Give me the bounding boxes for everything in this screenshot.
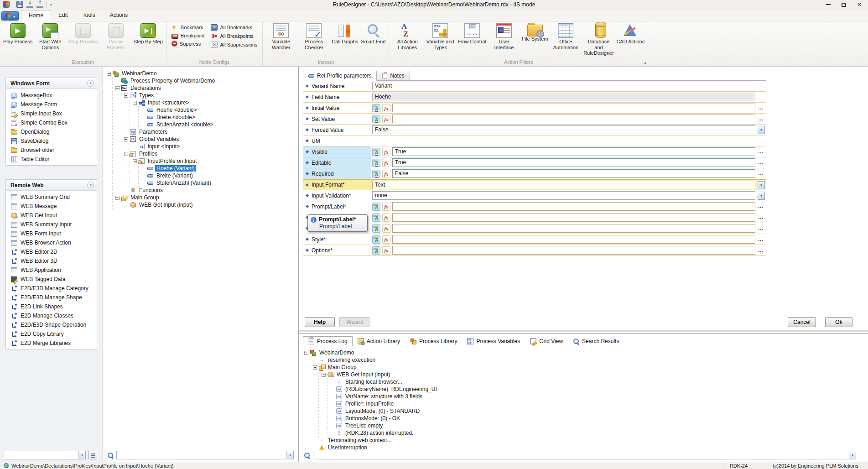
sidebar-item-table-editor[interactable]: Table Editor xyxy=(6,155,97,164)
value-box[interactable]: Hoehe xyxy=(372,93,755,101)
fx-formula-mode-icon[interactable] xyxy=(382,224,390,233)
tree-node-web-get-input-input[interactable]: WEB Get Input (input) xyxy=(106,201,296,208)
ribbon-tab-edit[interactable]: Edit xyxy=(51,10,75,21)
tree-node-declarations[interactable]: −Declarations xyxy=(106,84,296,92)
chevron-down-icon[interactable] xyxy=(849,451,856,459)
value-box[interactable]: True xyxy=(392,147,755,156)
ellipsis-button[interactable]: … xyxy=(757,202,765,210)
import-icon[interactable] xyxy=(26,1,33,8)
minimize-button[interactable] xyxy=(822,0,834,9)
ok-button[interactable]: Ok xyxy=(825,317,852,327)
expander-minus-icon[interactable]: − xyxy=(133,159,137,163)
log-entry-layoutmode-0-standard[interactable]: LayoutMode: (0) - STANDARD xyxy=(304,407,863,415)
sidebar-item-web-editor-3d[interactable]: WEB Editor 3D xyxy=(6,256,97,266)
close-button[interactable] xyxy=(853,0,865,9)
chevron-down-icon[interactable] xyxy=(78,451,85,459)
step-by-step-button[interactable]: Step By Step xyxy=(132,22,164,45)
tab-search-results[interactable]: Search Results xyxy=(568,336,624,346)
abc-text-mode-icon[interactable] xyxy=(372,246,380,255)
fx-formula-mode-icon[interactable] xyxy=(382,115,390,123)
suppress-button[interactable]: Suppress xyxy=(172,41,205,47)
smart-find-button[interactable]: Smart Find xyxy=(359,22,387,45)
flow-control-button[interactable]: Flow Control xyxy=(457,22,488,45)
value-box[interactable]: Text xyxy=(372,181,755,189)
abc-text-mode-icon[interactable] xyxy=(372,170,380,178)
log-entry-main-group[interactable]: −Main Group xyxy=(304,364,863,371)
fx-formula-mode-icon[interactable] xyxy=(382,104,390,112)
ellipsis-button[interactable]: … xyxy=(757,224,765,232)
tree-node-main-group[interactable]: −Main Group xyxy=(106,194,296,201)
ellipsis-button[interactable]: … xyxy=(757,169,765,177)
ellipsis-button[interactable]: … xyxy=(757,213,765,221)
dropdown-button[interactable] xyxy=(758,192,765,200)
sidebar-item-web-summary-input[interactable]: WEB Summary Input xyxy=(6,220,97,229)
fx-formula-mode-icon[interactable] xyxy=(382,235,390,244)
cancel-button[interactable]: Cancel xyxy=(788,317,816,327)
all-action-libraries-button[interactable]: All Action Libraries xyxy=(391,22,424,50)
variable-watcher-button[interactable]: Variable Watcher xyxy=(265,22,297,50)
sidebar-item-message-form[interactable]: Message Form xyxy=(6,100,97,109)
value-box[interactable] xyxy=(392,202,755,211)
help-button[interactable]: Help xyxy=(305,317,335,327)
start-with-options-button[interactable]: Start With Options xyxy=(34,22,67,50)
sidebar-item-e2d-e3d-manage-shape[interactable]: E2D/E3D Manage Shape xyxy=(6,293,97,302)
value-box[interactable] xyxy=(392,246,755,255)
all-suppressions-button[interactable]: All Suppressions xyxy=(211,42,257,48)
expander-minus-icon[interactable]: − xyxy=(124,137,128,141)
sidebar-item-web-summary-grid[interactable]: WEB Summary Grid xyxy=(6,193,97,202)
sidebar-item-messagebox[interactable]: MessageBox xyxy=(6,91,97,100)
abc-text-mode-icon[interactable] xyxy=(372,235,380,244)
sidebar-item-e2d-merge-libraries[interactable]: E2D Merge Libraries xyxy=(6,339,97,348)
tree-node-stufenanzahl-variant[interactable]: StufenAnzahl (Variant) xyxy=(106,179,296,187)
expander-minus-icon[interactable]: − xyxy=(313,365,317,370)
sidebar-item-simple-combo-box[interactable]: Simple Combo Box xyxy=(6,118,97,127)
tree-node-profiles[interactable]: −Profiles xyxy=(106,150,296,157)
stop-process-button[interactable]: Stop Process xyxy=(67,22,99,45)
log-entry-webinardemo[interactable]: −WebinarDemo xyxy=(304,349,863,356)
tree-node-stufenanzahl-double[interactable]: StufenAnzahl <double> xyxy=(106,121,296,128)
tree-node-process-property-of-webinardemo[interactable]: Process Property of WebinarDemo xyxy=(106,77,296,84)
log-entry-terminating-web-context[interactable]: Terminating web context... xyxy=(304,437,863,444)
tab-notes[interactable]: Notes xyxy=(377,71,410,81)
value-box[interactable] xyxy=(392,224,755,233)
list-view-button[interactable] xyxy=(88,451,97,459)
sidebar-item-e2d-e3d-manage-category[interactable]: E2D/E3D Manage Category xyxy=(6,284,97,293)
value-area[interactable] xyxy=(372,136,755,145)
ellipsis-button[interactable]: … xyxy=(757,246,765,254)
wizard-button[interactable]: Wizard xyxy=(339,317,370,327)
abc-text-mode-icon[interactable] xyxy=(372,115,380,123)
log-entry-treelist-empty[interactable]: TreeList: empty xyxy=(304,422,863,429)
sidebar-item-web-browser-action[interactable]: WEB Browser Action xyxy=(6,238,97,247)
value-box[interactable]: none xyxy=(372,191,755,200)
value-box[interactable] xyxy=(392,213,755,222)
log-entry-buttonsmode-0-ok[interactable]: ButtonsMode: (0) - OK xyxy=(304,415,863,422)
sidebar-item-e2d-e3d-shape-operation[interactable]: E2D/E3D Shape Operation xyxy=(6,320,97,329)
sidebar-item-e2d-copy-library[interactable]: E2D Copy Library xyxy=(6,329,97,339)
value-box[interactable]: Variant xyxy=(372,82,755,90)
tree-node-webinardemo[interactable]: −WebinarDemo xyxy=(106,70,296,77)
value-box[interactable] xyxy=(392,235,755,244)
fx-formula-mode-icon[interactable] xyxy=(382,246,390,255)
export-icon[interactable] xyxy=(36,1,43,8)
bookmark-button[interactable]: Bookmark xyxy=(172,24,205,31)
ellipsis-button[interactable]: … xyxy=(757,147,765,156)
value-box[interactable]: False xyxy=(372,125,755,134)
pause-process-button[interactable]: Pause Process xyxy=(99,22,132,50)
log-entry-starting-local-browser[interactable]: Starting local browser... xyxy=(304,378,863,386)
sidebar-filter-input[interactable] xyxy=(4,451,86,459)
file-system-button[interactable]: File System xyxy=(520,22,549,42)
log-entry-profile-inputprofile[interactable]: Profile*: InputProfile xyxy=(304,400,863,407)
expander-minus-icon[interactable]: − xyxy=(107,72,111,76)
breakpoint-button[interactable]: Breakpoint xyxy=(172,33,205,38)
ellipsis-button[interactable]: … xyxy=(757,158,765,167)
office-automation-button[interactable]: Office Automation xyxy=(549,22,582,50)
log-entry-rdlibraryname-rdengineering-ui[interactable]: (RDLibraryName): RDEngineering_UI xyxy=(304,386,863,393)
abc-text-mode-icon[interactable] xyxy=(372,203,380,211)
cad-actions-button[interactable]: CAD Actions xyxy=(615,22,646,45)
all-bookmarks-button[interactable]: All Bookmarks xyxy=(211,24,257,31)
ribbon-tab-tools[interactable]: Tools xyxy=(75,10,103,21)
play-process-button[interactable]: Play Process xyxy=(2,22,34,45)
expander-minus-icon[interactable]: − xyxy=(133,101,137,105)
fx-formula-mode-icon[interactable] xyxy=(382,148,390,156)
value-box[interactable]: False xyxy=(392,169,755,178)
